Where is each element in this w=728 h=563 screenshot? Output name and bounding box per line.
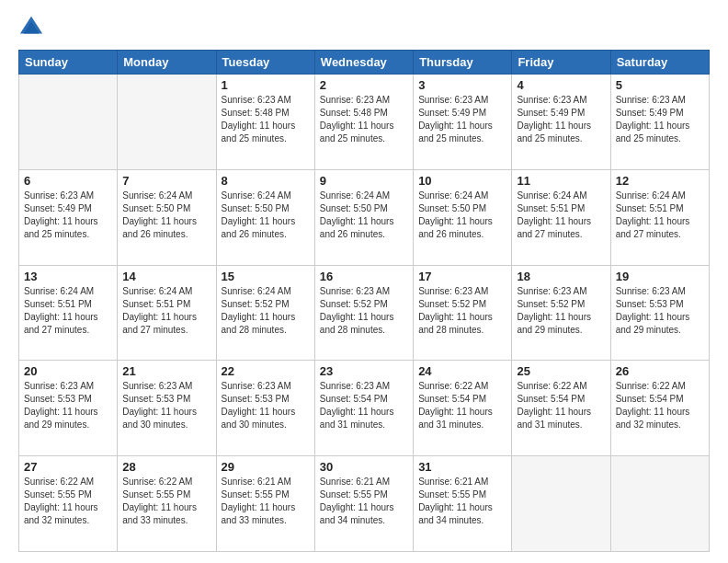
day-cell: 13 Sunrise: 6:24 AMSunset: 5:51 PMDaylig… [19, 265, 118, 361]
day-number: 27 [24, 460, 112, 474]
week-row-5: 27 Sunrise: 6:22 AMSunset: 5:55 PMDaylig… [19, 456, 710, 552]
day-number: 23 [320, 364, 408, 378]
week-row-3: 13 Sunrise: 6:24 AMSunset: 5:51 PMDaylig… [19, 265, 710, 361]
week-row-4: 20 Sunrise: 6:23 AMSunset: 5:53 PMDaylig… [19, 361, 710, 456]
day-number: 4 [517, 78, 605, 92]
day-info: Sunrise: 6:24 AMSunset: 5:50 PMDaylight:… [222, 190, 310, 241]
day-cell: 31 Sunrise: 6:21 AMSunset: 5:55 PMDaylig… [414, 456, 512, 552]
weekday-friday: Friday [512, 51, 610, 75]
day-cell [610, 456, 709, 552]
logo-icon [18, 15, 44, 40]
logo [18, 15, 48, 40]
day-number: 13 [24, 270, 112, 283]
day-cell: 2 Sunrise: 6:23 AMSunset: 5:48 PMDayligh… [314, 75, 413, 170]
day-number: 29 [222, 460, 310, 474]
day-cell: 6 Sunrise: 6:23 AMSunset: 5:49 PMDayligh… [19, 169, 118, 265]
day-number: 22 [222, 364, 310, 378]
day-number: 21 [122, 364, 210, 378]
day-info: Sunrise: 6:24 AMSunset: 5:50 PMDaylight:… [320, 190, 408, 241]
day-info: Sunrise: 6:22 AMSunset: 5:54 PMDaylight:… [418, 380, 506, 431]
day-number: 11 [517, 174, 605, 188]
day-info: Sunrise: 6:24 AMSunset: 5:50 PMDaylight:… [122, 190, 210, 241]
day-number: 8 [222, 174, 310, 188]
day-info: Sunrise: 6:23 AMSunset: 5:49 PMDaylight:… [418, 94, 506, 145]
day-info: Sunrise: 6:23 AMSunset: 5:49 PMDaylight:… [517, 94, 605, 145]
day-cell: 25 Sunrise: 6:22 AMSunset: 5:54 PMDaylig… [512, 361, 610, 456]
day-cell: 27 Sunrise: 6:22 AMSunset: 5:55 PMDaylig… [19, 456, 118, 552]
day-cell: 26 Sunrise: 6:22 AMSunset: 5:54 PMDaylig… [610, 361, 709, 456]
header [18, 15, 710, 40]
day-number: 18 [517, 270, 605, 283]
weekday-wednesday: Wednesday [314, 51, 413, 75]
day-info: Sunrise: 6:23 AMSunset: 5:48 PMDaylight:… [222, 94, 310, 145]
day-number: 3 [418, 78, 506, 92]
day-cell: 8 Sunrise: 6:24 AMSunset: 5:50 PMDayligh… [216, 169, 314, 265]
day-info: Sunrise: 6:22 AMSunset: 5:54 PMDaylight:… [616, 380, 704, 431]
day-info: Sunrise: 6:23 AMSunset: 5:54 PMDaylight:… [320, 380, 408, 431]
day-cell: 15 Sunrise: 6:24 AMSunset: 5:52 PMDaylig… [216, 265, 314, 361]
day-cell: 22 Sunrise: 6:23 AMSunset: 5:53 PMDaylig… [216, 361, 314, 456]
day-number: 12 [616, 174, 704, 188]
day-cell: 29 Sunrise: 6:21 AMSunset: 5:55 PMDaylig… [216, 456, 314, 552]
day-number: 10 [418, 174, 506, 188]
day-cell: 17 Sunrise: 6:23 AMSunset: 5:52 PMDaylig… [414, 265, 512, 361]
day-info: Sunrise: 6:23 AMSunset: 5:53 PMDaylight:… [122, 380, 210, 431]
day-number: 24 [418, 364, 506, 378]
day-info: Sunrise: 6:23 AMSunset: 5:48 PMDaylight:… [320, 94, 408, 145]
page: SundayMondayTuesdayWednesdayThursdayFrid… [0, 0, 728, 563]
weekday-sunday: Sunday [19, 51, 118, 75]
day-info: Sunrise: 6:23 AMSunset: 5:52 PMDaylight:… [418, 285, 506, 337]
day-cell: 12 Sunrise: 6:24 AMSunset: 5:51 PMDaylig… [610, 169, 709, 265]
day-cell [118, 75, 216, 170]
day-info: Sunrise: 6:24 AMSunset: 5:51 PMDaylight:… [517, 190, 605, 241]
day-cell: 1 Sunrise: 6:23 AMSunset: 5:48 PMDayligh… [216, 75, 314, 170]
weekday-tuesday: Tuesday [216, 51, 314, 75]
day-info: Sunrise: 6:24 AMSunset: 5:50 PMDaylight:… [418, 190, 506, 241]
day-cell: 24 Sunrise: 6:22 AMSunset: 5:54 PMDaylig… [414, 361, 512, 456]
day-number: 5 [616, 78, 704, 92]
day-info: Sunrise: 6:23 AMSunset: 5:53 PMDaylight:… [24, 380, 112, 431]
day-number: 28 [122, 460, 210, 474]
day-cell: 10 Sunrise: 6:24 AMSunset: 5:50 PMDaylig… [414, 169, 512, 265]
day-info: Sunrise: 6:23 AMSunset: 5:53 PMDaylight:… [222, 380, 310, 431]
day-info: Sunrise: 6:23 AMSunset: 5:53 PMDaylight:… [616, 285, 704, 337]
week-row-2: 6 Sunrise: 6:23 AMSunset: 5:49 PMDayligh… [19, 169, 710, 265]
day-cell: 9 Sunrise: 6:24 AMSunset: 5:50 PMDayligh… [314, 169, 413, 265]
day-number: 15 [222, 270, 310, 283]
day-info: Sunrise: 6:22 AMSunset: 5:55 PMDaylight:… [122, 476, 210, 527]
day-number: 31 [418, 460, 506, 474]
day-number: 14 [122, 270, 210, 283]
day-number: 16 [320, 270, 408, 283]
calendar-table: SundayMondayTuesdayWednesdayThursdayFrid… [18, 50, 710, 552]
day-info: Sunrise: 6:22 AMSunset: 5:55 PMDaylight:… [24, 476, 112, 527]
day-number: 1 [222, 78, 310, 92]
day-info: Sunrise: 6:23 AMSunset: 5:52 PMDaylight:… [320, 285, 408, 337]
day-cell: 19 Sunrise: 6:23 AMSunset: 5:53 PMDaylig… [610, 265, 709, 361]
day-number: 20 [24, 364, 112, 378]
day-cell: 14 Sunrise: 6:24 AMSunset: 5:51 PMDaylig… [118, 265, 216, 361]
day-number: 19 [616, 270, 704, 283]
weekday-saturday: Saturday [610, 51, 709, 75]
day-cell: 3 Sunrise: 6:23 AMSunset: 5:49 PMDayligh… [414, 75, 512, 170]
day-cell: 11 Sunrise: 6:24 AMSunset: 5:51 PMDaylig… [512, 169, 610, 265]
day-info: Sunrise: 6:21 AMSunset: 5:55 PMDaylight:… [320, 476, 408, 527]
day-info: Sunrise: 6:21 AMSunset: 5:55 PMDaylight:… [222, 476, 310, 527]
weekday-monday: Monday [118, 51, 216, 75]
day-cell: 20 Sunrise: 6:23 AMSunset: 5:53 PMDaylig… [19, 361, 118, 456]
weekday-header-row: SundayMondayTuesdayWednesdayThursdayFrid… [19, 51, 710, 75]
day-cell: 21 Sunrise: 6:23 AMSunset: 5:53 PMDaylig… [118, 361, 216, 456]
day-number: 17 [418, 270, 506, 283]
day-info: Sunrise: 6:24 AMSunset: 5:51 PMDaylight:… [616, 190, 704, 241]
week-row-1: 1 Sunrise: 6:23 AMSunset: 5:48 PMDayligh… [19, 75, 710, 170]
day-cell [19, 75, 118, 170]
day-number: 2 [320, 78, 408, 92]
day-info: Sunrise: 6:23 AMSunset: 5:49 PMDaylight:… [616, 94, 704, 145]
day-cell: 7 Sunrise: 6:24 AMSunset: 5:50 PMDayligh… [118, 169, 216, 265]
day-cell [512, 456, 610, 552]
day-info: Sunrise: 6:24 AMSunset: 5:51 PMDaylight:… [122, 285, 210, 337]
day-info: Sunrise: 6:21 AMSunset: 5:55 PMDaylight:… [418, 476, 506, 527]
day-cell: 23 Sunrise: 6:23 AMSunset: 5:54 PMDaylig… [314, 361, 413, 456]
weekday-thursday: Thursday [414, 51, 512, 75]
day-cell: 28 Sunrise: 6:22 AMSunset: 5:55 PMDaylig… [118, 456, 216, 552]
day-number: 7 [122, 174, 210, 188]
